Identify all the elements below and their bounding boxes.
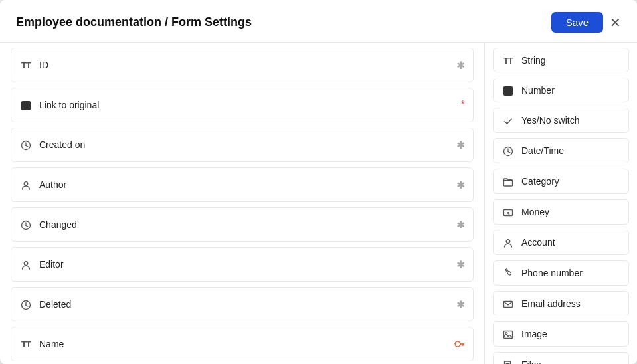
svg-rect-22 [504,331,513,339]
type-icon-email [501,298,515,310]
field-row-id[interactable]: TT ID ✱ [11,48,474,82]
field-label-deleted: Deleted [39,299,71,310]
field-label-link-to-original: Link to original [39,100,99,110]
type-icon-datetime [501,145,515,157]
close-button[interactable]: ✕ [610,16,621,29]
type-icon-files [501,359,515,364]
field-indicator-author: ✱ [456,179,465,191]
type-label-phone: Phone number [521,268,583,278]
field-indicator-editor: ✱ [456,258,465,271]
field-indicator-created-on: ✱ [456,139,465,151]
svg-point-20 [506,240,510,244]
type-item-yesno[interactable]: Yes/No switch [493,108,629,133]
type-label-files: Files [521,359,541,364]
field-row-link-to-original[interactable]: Link to original * [11,88,474,122]
type-icon-yesno [501,114,515,126]
field-left-editor: Editor [19,258,64,270]
svg-point-7 [24,261,28,265]
type-icon-number [501,84,515,96]
field-row-changed[interactable]: Changed ✱ [11,207,474,242]
field-row-deleted[interactable]: Deleted ✱ [11,287,474,321]
type-icon-category [501,175,515,187]
field-left-created-on: Created on [19,139,85,151]
field-indicator-id: ✱ [456,59,465,72]
header-actions: Save ✕ [551,12,621,33]
modal: Employee documentation / Form Settings S… [0,0,637,364]
type-item-number[interactable]: Number [493,78,629,102]
field-label-author: Author [39,179,66,190]
modal-body: TT ID ✱ Link to original * Created on ✱ … [0,43,637,364]
field-icon-link-to-original [19,99,33,111]
type-item-datetime[interactable]: Date/Time [493,138,629,163]
svg-line-2 [26,145,28,147]
type-item-phone[interactable]: Phone number [493,260,629,286]
types-panel: TT String Number Yes/No switch Date/Time… [484,43,637,364]
field-icon-deleted [19,298,33,310]
field-indicator-deleted: ✱ [456,298,465,311]
modal-header: Employee documentation / Form Settings S… [0,0,637,43]
type-icon-image [501,328,515,340]
field-icon-changed [19,219,33,230]
field-icon-author [19,179,33,191]
type-label-yesno: Yes/No switch [521,115,579,126]
type-item-account[interactable]: Account [493,230,629,255]
field-indicator-link-to-original: * [461,99,465,111]
type-label-category: Category [521,176,559,187]
type-label-email: Email address [521,298,581,309]
field-label-changed: Changed [39,219,77,230]
type-label-string: String [521,55,546,66]
type-icon-account [501,236,515,248]
type-label-account: Account [521,237,555,248]
field-left-changed: Changed [19,219,77,230]
svg-line-17 [508,152,510,153]
svg-line-10 [26,305,28,306]
save-button[interactable]: Save [551,12,603,33]
field-icon-name: TT [19,338,33,350]
type-item-email[interactable]: Email address [493,291,629,316]
field-row-author[interactable]: Author ✱ [11,167,474,202]
field-row-created-on[interactable]: Created on ✱ [11,128,474,162]
field-icon-created-on [19,139,33,151]
type-label-image: Image [521,329,547,339]
type-item-image[interactable]: Image [493,321,629,347]
field-label-name: Name [39,339,64,349]
type-item-files[interactable]: Files [493,352,629,364]
field-left-name: TT Name [19,338,64,350]
field-label-editor: Editor [39,259,64,270]
type-icon-money: $ [501,206,515,218]
type-label-datetime: Date/Time [521,145,564,156]
svg-point-23 [505,333,507,335]
svg-line-6 [26,225,28,227]
field-label-id: ID [39,60,48,70]
type-label-money: Money [521,207,549,217]
svg-point-3 [24,181,28,185]
modal-title: Employee documentation / Form Settings [16,15,252,29]
field-icon-id: TT [19,59,33,71]
field-row-name[interactable]: TT Name [11,327,474,361]
field-label-created-on: Created on [39,139,85,150]
field-row-editor[interactable]: Editor ✱ [11,247,474,282]
field-left-author: Author [19,179,66,191]
type-icon-phone [501,267,515,279]
type-item-category[interactable]: Category [493,169,629,194]
field-left-link-to-original: Link to original [19,99,99,111]
field-icon-editor [19,258,33,270]
type-icon-string: TT [501,54,515,66]
type-item-money[interactable]: $ Money [493,199,629,225]
svg-text:$: $ [507,211,510,217]
field-indicator-name [453,338,465,351]
field-left-deleted: Deleted [19,298,71,310]
field-indicator-changed: ✱ [456,219,465,231]
fields-panel: TT ID ✱ Link to original * Created on ✱ … [0,43,484,364]
type-label-number: Number [521,85,555,96]
field-left-id: TT ID [19,59,48,71]
type-item-string[interactable]: TT String [493,48,629,72]
